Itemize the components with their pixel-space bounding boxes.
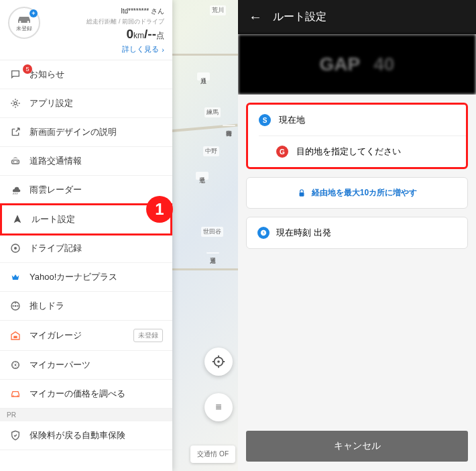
hamburger-icon: ≡ bbox=[215, 401, 221, 413]
svg-point-1 bbox=[217, 360, 220, 363]
svg-point-4 bbox=[13, 161, 14, 162]
svg-rect-10 bbox=[13, 336, 17, 338]
sidebar-item-traffic[interactable]: 道路交通情報 bbox=[0, 147, 172, 176]
plus-icon: + bbox=[29, 9, 38, 17]
menu-item-label: ドライブ記録 bbox=[29, 242, 163, 254]
menu-item-label: 保険料が戻る自動車保険 bbox=[29, 429, 163, 441]
menu-item-label: 雨雲レーダー bbox=[29, 184, 163, 196]
departure-time-label: 現在時刻 出発 bbox=[276, 227, 331, 239]
menu-item-label: マイカーパーツ bbox=[29, 359, 163, 371]
waypoint-link-label: 経由地を最大10カ所に増やす bbox=[312, 187, 417, 199]
svg-rect-15 bbox=[299, 192, 304, 196]
sidebar-item-steering[interactable]: 推しドラ bbox=[0, 292, 172, 321]
page-title: ルート設定 bbox=[273, 10, 326, 24]
callout-1: 1 bbox=[146, 196, 173, 223]
menu-item-label: Yahoo!カーナビプラス bbox=[29, 271, 163, 283]
car-register-badge[interactable]: 未登録 + bbox=[8, 7, 40, 39]
notification-badge: 5 bbox=[23, 64, 32, 74]
start-label: 現在地 bbox=[279, 114, 305, 126]
map-label: 練馬 bbox=[204, 107, 221, 117]
sidebar-item-external[interactable]: 新画面デザインの説明 bbox=[0, 118, 172, 147]
sidebar-item-garage[interactable]: マイガレージ未登録 bbox=[0, 321, 172, 351]
shield-icon bbox=[9, 429, 21, 441]
stats-caption: 総走行距離 / 前回のドライブ bbox=[47, 17, 164, 26]
menu-item-label: お知らせ bbox=[29, 68, 163, 81]
waypoint-card: 経由地を最大10カ所に増やす bbox=[246, 177, 468, 209]
car-icon bbox=[9, 388, 21, 400]
menu-item-label: 道路交通情報 bbox=[29, 155, 163, 167]
svg-point-9 bbox=[15, 305, 17, 307]
svg-point-13 bbox=[13, 395, 14, 397]
chevron-right-icon: › bbox=[162, 46, 164, 54]
sidebar-item-cloud[interactable]: 雨雲レーダー bbox=[0, 176, 172, 205]
svg-point-5 bbox=[17, 161, 18, 162]
sidebar-item-insurance-pr[interactable]: 保険料が戻る自動車保険 bbox=[0, 421, 172, 450]
map-label: 青梅街道 bbox=[223, 125, 235, 126]
menu-item-label: ルート設定 bbox=[32, 213, 161, 225]
route-endpoints-card: S 現在地 G 目的地を指定してください bbox=[246, 103, 468, 169]
svg-rect-3 bbox=[12, 160, 19, 164]
sidebar: 未登録 + ltd******** さん 総走行距離 / 前回のドライブ 0km… bbox=[0, 0, 172, 471]
external-icon bbox=[9, 126, 21, 138]
menu-item-label: マイガレージ bbox=[29, 329, 125, 342]
steering-icon bbox=[9, 300, 21, 312]
garage-icon bbox=[9, 329, 21, 342]
sidebar-item-chat[interactable]: お知らせ5 bbox=[0, 60, 172, 89]
gear-icon bbox=[9, 97, 21, 109]
cloud-icon bbox=[9, 184, 21, 196]
back-button[interactable]: ← bbox=[249, 9, 262, 25]
sidebar-item-rec[interactable]: ドライブ記録 bbox=[0, 234, 172, 263]
status-tag: 未登録 bbox=[133, 329, 163, 342]
menu-item-label: マイカーの価格を調べる bbox=[29, 388, 163, 400]
map-label: 八通り bbox=[197, 72, 210, 81]
map-locate-button[interactable] bbox=[204, 348, 233, 376]
pr-section-label: PR bbox=[0, 409, 172, 421]
goal-label: 目的地を指定してください bbox=[296, 146, 401, 158]
svg-point-7 bbox=[14, 247, 17, 250]
sidebar-header: 未登録 + ltd******** さん 総走行距離 / 前回のドライブ 0km… bbox=[0, 0, 172, 60]
map-label: 玉川通 bbox=[206, 252, 219, 254]
traffic-icon bbox=[9, 155, 21, 167]
detail-link[interactable]: 詳しく見る › bbox=[47, 44, 164, 54]
departure-time-row[interactable]: 現在時刻 出発 bbox=[247, 217, 467, 248]
lock-icon bbox=[297, 189, 306, 198]
svg-point-12 bbox=[15, 364, 17, 366]
menu-item-label: 新画面デザインの説明 bbox=[29, 126, 163, 138]
svg-point-14 bbox=[17, 395, 18, 397]
arrow-left-icon: ← bbox=[249, 9, 262, 24]
route-settings-header: ← ルート設定 bbox=[238, 0, 476, 34]
map-label: 七通り bbox=[196, 172, 209, 180]
sidebar-item-gear[interactable]: アプリ設定 bbox=[0, 89, 172, 118]
sidebar-item-crown[interactable]: Yahoo!カーナビプラス bbox=[0, 263, 172, 292]
stats-value: 0km/--点 bbox=[47, 28, 164, 40]
rec-icon bbox=[9, 242, 21, 254]
menu-item-label: 推しドラ bbox=[29, 300, 163, 312]
sidebar-item-parts[interactable]: マイカーパーツ bbox=[0, 351, 172, 380]
ad-banner[interactable]: GAP40 bbox=[238, 34, 476, 95]
car-badge-label: 未登録 bbox=[16, 25, 32, 32]
route-start-row[interactable]: S 現在地 bbox=[248, 105, 466, 136]
clock-icon bbox=[257, 227, 270, 239]
map-search-chip[interactable]: 交通情 OF bbox=[190, 446, 235, 463]
route-goal-row[interactable]: G 目的地を指定してください bbox=[259, 136, 466, 167]
goal-pin-icon: G bbox=[276, 146, 288, 158]
menu-item-label: アプリ設定 bbox=[29, 97, 163, 109]
nav-icon bbox=[11, 213, 23, 225]
parts-icon bbox=[9, 359, 21, 371]
user-name: ltd******** さん bbox=[47, 7, 164, 16]
detail-link-label: 詳しく見る bbox=[122, 44, 159, 54]
sidebar-item-car[interactable]: マイカーの価格を調べる bbox=[0, 380, 172, 409]
crown-icon bbox=[9, 271, 21, 283]
map-label: 中野 bbox=[203, 146, 219, 156]
svg-point-2 bbox=[14, 102, 17, 105]
cancel-button[interactable]: キャンセル bbox=[246, 431, 468, 462]
map-label: 荒川 bbox=[210, 5, 226, 15]
add-waypoints-link[interactable]: 経由地を最大10カ所に増やす bbox=[247, 178, 467, 208]
chat-icon bbox=[9, 68, 21, 81]
map-label: 世田谷 bbox=[201, 227, 223, 237]
crosshair-icon bbox=[211, 354, 226, 369]
start-pin-icon: S bbox=[259, 114, 271, 126]
departure-time-card: 現在時刻 出発 bbox=[246, 217, 468, 249]
map-menu-button[interactable]: ≡ bbox=[204, 393, 233, 421]
